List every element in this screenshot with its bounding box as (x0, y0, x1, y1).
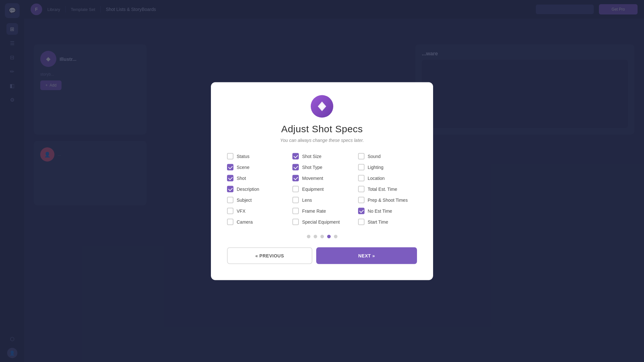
checkbox-item-start-time[interactable]: Start Time (358, 218, 417, 225)
checkbox-item-shot[interactable]: Shot (227, 175, 286, 181)
checkbox-label-no-est-time: No Est Time (368, 208, 392, 213)
checkbox-label-special-equipment: Special Equipment (302, 219, 340, 224)
checkbox-label-status: Status (237, 153, 250, 159)
checkbox-item-scene[interactable]: Scene (227, 164, 286, 170)
checkbox-shot[interactable] (227, 175, 233, 181)
checkbox-item-shot-type[interactable]: Shot Type (292, 164, 351, 170)
modal-buttons: « PREVIOUS NEXT » (227, 247, 417, 264)
dot-1[interactable] (307, 235, 310, 238)
next-button[interactable]: NEXT » (316, 247, 417, 264)
dot-4[interactable] (327, 235, 331, 238)
checkbox-movement[interactable] (292, 175, 299, 181)
checkbox-label-scene: Scene (237, 164, 250, 170)
checkbox-label-movement: Movement (302, 175, 323, 181)
checkbox-item-total-est-time[interactable]: Total Est. Time (358, 186, 417, 192)
dot-5[interactable] (334, 235, 337, 238)
checkbox-item-equipment[interactable]: Equipment (292, 186, 351, 192)
checkbox-location[interactable] (358, 175, 365, 181)
checkbox-label-shot-size: Shot Size (302, 153, 321, 159)
checkbox-label-camera: Camera (237, 219, 253, 224)
checkbox-item-subject[interactable]: Subject (227, 197, 286, 203)
checkbox-label-subject: Subject (237, 197, 252, 202)
checkbox-label-shot: Shot (237, 175, 246, 181)
modal-title: Adjust Shot Specs (281, 123, 363, 134)
checkbox-lens[interactable] (292, 197, 299, 203)
checkbox-frame-rate[interactable] (292, 208, 299, 214)
checkbox-label-total-est-time: Total Est. Time (368, 186, 397, 191)
modal-icon (311, 95, 333, 117)
checkbox-label-description: Description (237, 186, 259, 191)
checkbox-item-lens[interactable]: Lens (292, 197, 351, 203)
modal: Adjust Shot Specs You can always change … (211, 82, 433, 280)
checkbox-total-est-time[interactable] (358, 186, 365, 192)
checkbox-shot-size[interactable] (292, 153, 299, 159)
checkbox-description[interactable] (227, 186, 233, 192)
checkbox-label-frame-rate: Frame Rate (302, 208, 326, 213)
checkbox-item-no-est-time[interactable]: No Est Time (358, 208, 417, 214)
checkbox-label-start-time: Start Time (368, 219, 388, 224)
checkbox-label-lighting: Lighting (368, 164, 384, 170)
checkbox-prep-shoot-times[interactable] (358, 197, 365, 203)
checkbox-item-status[interactable]: Status (227, 153, 286, 159)
pagination-dots (307, 235, 337, 238)
checkbox-item-camera[interactable]: Camera (227, 218, 286, 225)
checkbox-subject[interactable] (227, 197, 233, 203)
checkbox-shot-type[interactable] (292, 164, 299, 170)
checkbox-equipment[interactable] (292, 186, 299, 192)
checkbox-label-equipment: Equipment (302, 186, 324, 191)
checkbox-start-time[interactable] (358, 218, 365, 225)
checkbox-label-vfx: VFX (237, 208, 245, 213)
checkbox-lighting[interactable] (358, 164, 365, 170)
dot-3[interactable] (320, 235, 324, 238)
checkbox-item-shot-size[interactable]: Shot Size (292, 153, 351, 159)
checkbox-item-special-equipment[interactable]: Special Equipment (292, 218, 351, 225)
checkbox-label-lens: Lens (302, 197, 312, 202)
checkbox-item-frame-rate[interactable]: Frame Rate (292, 208, 351, 214)
dot-2[interactable] (314, 235, 317, 238)
checkbox-label-sound: Sound (368, 153, 381, 159)
checkbox-camera[interactable] (227, 218, 233, 225)
checkbox-special-equipment[interactable] (292, 218, 299, 225)
checkbox-scene[interactable] (227, 164, 233, 170)
modal-subtitle: You can always change these specs later. (280, 137, 364, 143)
checkbox-item-location[interactable]: Location (358, 175, 417, 181)
checkbox-status[interactable] (227, 153, 233, 159)
checkbox-label-prep-shoot-times: Prep & Shoot Times (368, 197, 408, 202)
checkbox-item-prep-shoot-times[interactable]: Prep & Shoot Times (358, 197, 417, 203)
checkboxes-grid: Status Shot Size Sound Scene Shot Type L… (227, 153, 417, 225)
checkbox-label-shot-type: Shot Type (302, 164, 322, 170)
checkbox-sound[interactable] (358, 153, 365, 159)
previous-button[interactable]: « PREVIOUS (227, 247, 312, 264)
checkbox-no-est-time[interactable] (358, 208, 365, 214)
checkbox-item-description[interactable]: Description (227, 186, 286, 192)
checkbox-label-location: Location (368, 175, 385, 181)
checkbox-item-vfx[interactable]: VFX (227, 208, 286, 214)
checkbox-item-lighting[interactable]: Lighting (358, 164, 417, 170)
checkbox-vfx[interactable] (227, 208, 233, 214)
checkbox-item-sound[interactable]: Sound (358, 153, 417, 159)
checkbox-item-movement[interactable]: Movement (292, 175, 351, 181)
